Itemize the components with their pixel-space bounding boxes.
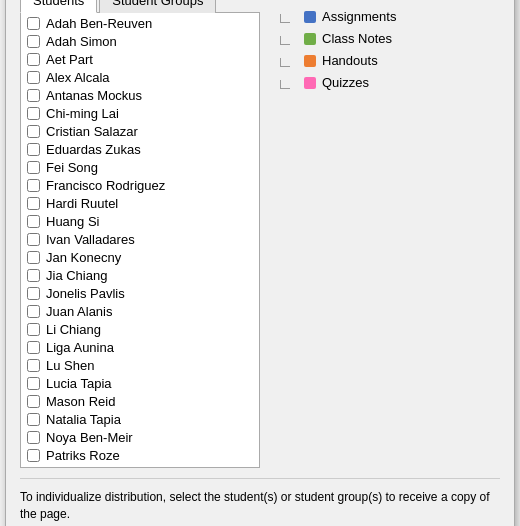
student-checkbox[interactable]	[27, 197, 40, 210]
list-item[interactable]: Adah Ben-Reuven	[21, 15, 259, 33]
list-item[interactable]: Jan Konecny	[21, 249, 259, 267]
list-item[interactable]: Alex Alcala	[21, 69, 259, 87]
list-item[interactable]: Ivan Valladares	[21, 231, 259, 249]
list-item[interactable]: Liga Aunina	[21, 339, 259, 357]
tree-connector	[280, 52, 298, 70]
list-item[interactable]: Francisco Rodriguez	[21, 177, 259, 195]
student-checkbox[interactable]	[27, 125, 40, 138]
list-item[interactable]: Eduardas Zukas	[21, 141, 259, 159]
list-item[interactable]: Patriks Roze	[21, 447, 259, 465]
student-checkbox[interactable]	[27, 107, 40, 120]
student-name: Lu Shen	[46, 358, 94, 373]
tree-connector	[280, 8, 298, 26]
student-checkbox[interactable]	[27, 395, 40, 408]
section-color-dot	[304, 55, 316, 67]
list-item[interactable]: Cristian Salazar	[21, 123, 259, 141]
student-checkbox[interactable]	[27, 323, 40, 336]
student-name: Lucia Tapia	[46, 376, 112, 391]
student-checkbox[interactable]	[27, 89, 40, 102]
student-name: Juan Alanis	[46, 304, 113, 319]
list-item[interactable]: Aet Part	[21, 51, 259, 69]
list-item[interactable]: Mason Reid	[21, 393, 259, 411]
list-item[interactable]: Lu Shen	[21, 357, 259, 375]
tab-bar: Students Student Groups	[20, 0, 260, 13]
section-item: Quizzes	[276, 74, 500, 92]
student-name: Antanas Mockus	[46, 88, 142, 103]
list-item[interactable]: Jonelis Pavlis	[21, 285, 259, 303]
section-color-dot	[304, 11, 316, 23]
list-item[interactable]: Antanas Mockus	[21, 87, 259, 105]
list-item[interactable]: Fei Song	[21, 159, 259, 177]
student-checkbox[interactable]	[27, 179, 40, 192]
list-item[interactable]: Chi-ming Lai	[21, 105, 259, 123]
list-item[interactable]: Jia Chiang	[21, 267, 259, 285]
section-name: Assignments	[322, 9, 396, 24]
student-checkbox[interactable]	[27, 35, 40, 48]
sections-label: Student sections:	[276, 0, 500, 2]
student-name: Hardi Ruutel	[46, 196, 118, 211]
footer-text: To individualize distribution, select th…	[20, 478, 500, 523]
student-checkbox[interactable]	[27, 161, 40, 174]
student-name: Eduardas Zukas	[46, 142, 141, 157]
student-checkbox[interactable]	[27, 359, 40, 372]
list-item[interactable]: Lucia Tapia	[21, 375, 259, 393]
student-checkbox[interactable]	[27, 341, 40, 354]
list-item[interactable]: Noya Ben-Meir	[21, 429, 259, 447]
student-name: Cristian Salazar	[46, 124, 138, 139]
student-name: Patriks Roze	[46, 448, 120, 463]
student-name: Natalia Tapia	[46, 412, 121, 427]
tree-connector	[280, 74, 298, 92]
student-checkbox[interactable]	[27, 377, 40, 390]
student-checkbox[interactable]	[27, 287, 40, 300]
left-panel: Students Student Groups Adah Ben-ReuvenA…	[20, 0, 260, 468]
student-checkbox[interactable]	[27, 233, 40, 246]
student-checkbox[interactable]	[27, 53, 40, 66]
student-checkbox[interactable]	[27, 269, 40, 282]
student-name: Fei Song	[46, 160, 98, 175]
tab-students[interactable]: Students	[20, 0, 97, 13]
h-connector	[280, 36, 290, 45]
h-connector	[280, 14, 290, 23]
right-panel: Student sections: AssignmentsClass Notes…	[276, 0, 500, 468]
section-name: Handouts	[322, 53, 378, 68]
list-item[interactable]: Hardi Ruutel	[21, 195, 259, 213]
student-checkbox[interactable]	[27, 251, 40, 264]
student-checkbox[interactable]	[27, 17, 40, 30]
section-item: Handouts	[276, 52, 500, 70]
section-tree: AssignmentsClass NotesHandoutsQuizzes	[276, 8, 500, 92]
list-item[interactable]: Natalia Tapia	[21, 411, 259, 429]
student-checkbox[interactable]	[27, 449, 40, 462]
section-name: Quizzes	[322, 75, 369, 90]
student-name: Aet Part	[46, 52, 93, 67]
tree-connector	[280, 30, 298, 48]
student-name: Adah Ben-Reuven	[46, 16, 152, 31]
student-name: Li Chiang	[46, 322, 101, 337]
student-checkbox[interactable]	[27, 215, 40, 228]
student-name: Alex Alcala	[46, 70, 110, 85]
student-checkbox[interactable]	[27, 305, 40, 318]
student-name: Francisco Rodriguez	[46, 178, 165, 193]
section-item: Class Notes	[276, 30, 500, 48]
student-name: Liga Aunina	[46, 340, 114, 355]
student-list-scroll[interactable]: Adah Ben-ReuvenAdah SimonAet PartAlex Al…	[21, 13, 259, 467]
list-item[interactable]: Huang Si	[21, 213, 259, 231]
dialog-body: Students Student Groups Adah Ben-ReuvenA…	[6, 0, 514, 526]
student-checkbox[interactable]	[27, 431, 40, 444]
student-name: Jonelis Pavlis	[46, 286, 125, 301]
student-name: Jia Chiang	[46, 268, 107, 283]
student-checkbox[interactable]	[27, 413, 40, 426]
student-checkbox[interactable]	[27, 71, 40, 84]
student-list-container: Adah Ben-ReuvenAdah SimonAet PartAlex Al…	[20, 13, 260, 468]
student-name: Mason Reid	[46, 394, 115, 409]
section-color-dot	[304, 33, 316, 45]
tab-student-groups[interactable]: Student Groups	[99, 0, 216, 13]
list-item[interactable]: Adah Simon	[21, 33, 259, 51]
student-name: Chi-ming Lai	[46, 106, 119, 121]
student-name: Ivan Valladares	[46, 232, 135, 247]
student-checkbox[interactable]	[27, 143, 40, 156]
student-name: Adah Simon	[46, 34, 117, 49]
list-item[interactable]: Juan Alanis	[21, 303, 259, 321]
student-name: Huang Si	[46, 214, 99, 229]
distribute-dialog: N Distribute Pages to PSCI 101 Notebook …	[5, 0, 515, 526]
list-item[interactable]: Li Chiang	[21, 321, 259, 339]
